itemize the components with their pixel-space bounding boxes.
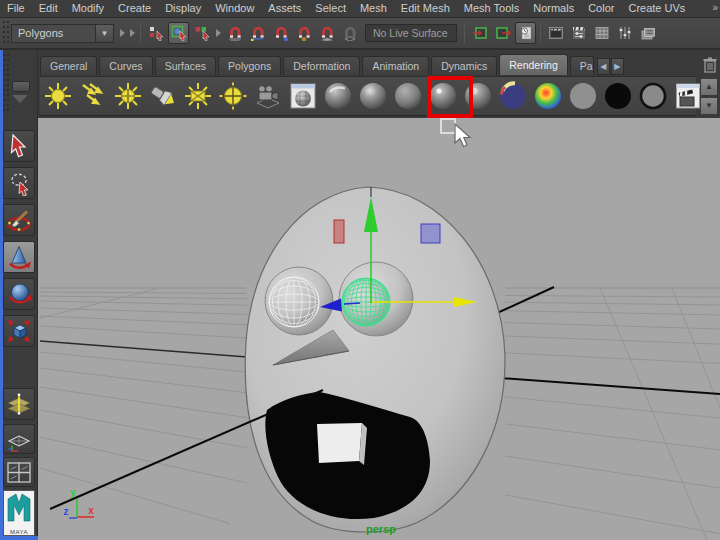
shelf-tab-deformation[interactable]: Deformation (283, 56, 360, 75)
ramp-shader-button[interactable] (498, 81, 528, 111)
character-tooth[interactable] (317, 423, 367, 465)
axis-x-label: x (88, 505, 94, 516)
maya-logo: MAYA (3, 490, 35, 536)
directional-light-button[interactable] (78, 81, 108, 111)
attribute-editor-button[interactable] (591, 22, 612, 44)
select-tool-button[interactable] (3, 130, 35, 162)
menu-create[interactable]: Create (111, 0, 158, 17)
menu-display[interactable]: Display (158, 0, 208, 17)
toolbar-divider (464, 23, 465, 43)
menu-set-value[interactable]: Polygons (11, 24, 95, 43)
menu-edit[interactable]: Edit (32, 0, 65, 17)
manipulator-plane-handle-red[interactable] (334, 220, 344, 243)
menu-mesh[interactable]: Mesh (353, 0, 394, 17)
menu-bar: FileEditModifyCreateDisplayWindowAssetsS… (0, 0, 720, 18)
spot-light-button[interactable] (148, 81, 178, 111)
snap-to-projected-center-button[interactable] (293, 22, 314, 44)
select-by-hierarchy-button[interactable] (145, 22, 166, 44)
shelf-trash-icon[interactable] (702, 56, 718, 73)
tool-settings-button[interactable] (614, 22, 635, 44)
four-pane-layout-button[interactable] (3, 457, 35, 487)
ambient-light-button[interactable] (113, 81, 143, 111)
sampler-sphere-button[interactable] (533, 81, 563, 111)
use-background-button[interactable] (603, 81, 633, 111)
camera-label: persp (366, 523, 396, 535)
shading-map-button[interactable] (638, 81, 668, 111)
manipulator-z-axis[interactable] (344, 303, 360, 304)
shelf-tab-polygons[interactable]: Polygons (218, 56, 281, 75)
universal-manipulator-tool-button[interactable] (3, 388, 35, 420)
shelf-tab-animation[interactable]: Animation (362, 56, 429, 75)
shelf-left-controls (0, 50, 38, 118)
input-connections-button[interactable] (469, 22, 490, 44)
toolbar-grip-handle[interactable] (2, 20, 9, 46)
anisotropic-material-button[interactable] (323, 81, 353, 111)
tab-scroll-right-button[interactable]: ▶ (611, 58, 624, 75)
status-line-toolbar: Polygons ▼ No Live Surface (0, 18, 720, 50)
scale-tool-button[interactable] (3, 315, 35, 347)
chevron-down-icon[interactable]: ▼ (95, 24, 114, 43)
tab-scroll-left-button[interactable]: ◀ (597, 58, 610, 75)
render-clapperboard-button[interactable] (673, 81, 703, 111)
blinn-material-button[interactable] (358, 81, 388, 111)
group-expander-icon[interactable] (117, 22, 127, 44)
shelf-tab-rendering[interactable]: Rendering (499, 54, 567, 75)
shelf-tab-pai[interactable]: Pai (570, 56, 594, 75)
snap-to-view-planes-button[interactable] (316, 22, 337, 44)
shelf-menu-arrow-icon[interactable] (12, 95, 28, 103)
select-by-component-button[interactable] (191, 22, 212, 44)
menu-create-uvs[interactable]: Create UVs (621, 0, 692, 17)
group-expander-icon[interactable] (127, 22, 137, 44)
make-live-button[interactable] (339, 22, 360, 44)
menu-file[interactable]: File (0, 0, 32, 17)
manipulator-plane-handle-blue[interactable] (421, 224, 440, 243)
toolbar-divider (140, 23, 141, 43)
move-tool-button[interactable] (3, 241, 35, 273)
menu-window[interactable]: Window (208, 0, 261, 17)
select-by-object-button[interactable] (168, 22, 189, 44)
rotate-tool-button[interactable] (3, 278, 35, 310)
snap-to-points-button[interactable] (270, 22, 291, 44)
paint-selection-tool-button[interactable] (3, 204, 35, 236)
menu-mesh-tools[interactable]: Mesh Tools (457, 0, 526, 17)
snap-to-grids-button[interactable] (224, 22, 245, 44)
shelf-tab-general[interactable]: General (40, 56, 97, 75)
snap-to-curves-button[interactable] (247, 22, 268, 44)
menu-assets[interactable]: Assets (261, 0, 308, 17)
shelf-tab-surfaces[interactable]: Surfaces (155, 56, 216, 75)
channel-box-button[interactable] (637, 22, 658, 44)
hypershade-window-button[interactable] (288, 81, 318, 111)
menu-select[interactable]: Select (308, 0, 353, 17)
area-light-button[interactable] (183, 81, 213, 111)
volume-light-button[interactable] (218, 81, 248, 111)
render-settings-button[interactable] (568, 22, 589, 44)
shelf-tab-bar: GeneralCurvesSurfacesPolygonsDeformation… (40, 54, 624, 75)
surface-shader-button[interactable] (568, 81, 598, 111)
shelf-scroll-down-button[interactable]: ▼ (700, 97, 718, 115)
maya-logo-label: MAYA (4, 529, 34, 535)
open-render-view-button[interactable] (545, 22, 566, 44)
menu-normals[interactable]: Normals (526, 0, 581, 17)
menu-color[interactable]: Color (581, 0, 621, 17)
construction-history-button[interactable] (515, 22, 536, 44)
menu-set-dropdown[interactable]: Polygons ▼ (11, 24, 114, 43)
shelf-tab-curves[interactable]: Curves (99, 56, 152, 75)
menu-overflow-indicator[interactable]: » (712, 2, 718, 13)
group-expander-icon[interactable] (213, 22, 223, 44)
live-surface-field[interactable]: No Live Surface (365, 24, 457, 42)
render-camera-button[interactable] (253, 81, 283, 111)
perspective-viewport[interactable]: y z x persp (38, 118, 720, 540)
shelf-menu-button[interactable] (12, 81, 30, 92)
shelf-scroll-up-button[interactable]: ▲ (700, 78, 718, 96)
point-light-button[interactable] (43, 81, 73, 111)
shelf-tab-dynamics[interactable]: Dynamics (431, 56, 497, 75)
menu-edit-mesh[interactable]: Edit Mesh (394, 0, 457, 17)
menu-modify[interactable]: Modify (65, 0, 111, 17)
lambert-material-button[interactable] (393, 81, 423, 111)
highlight-rectangle (427, 76, 473, 118)
lasso-tool-button[interactable] (3, 167, 35, 199)
viewport-panel[interactable]: y z x persp (38, 118, 720, 540)
single-pane-layout-button[interactable] (3, 424, 35, 454)
left-eye-sphere-wireframe[interactable] (269, 277, 319, 327)
output-connections-button[interactable] (492, 22, 513, 44)
